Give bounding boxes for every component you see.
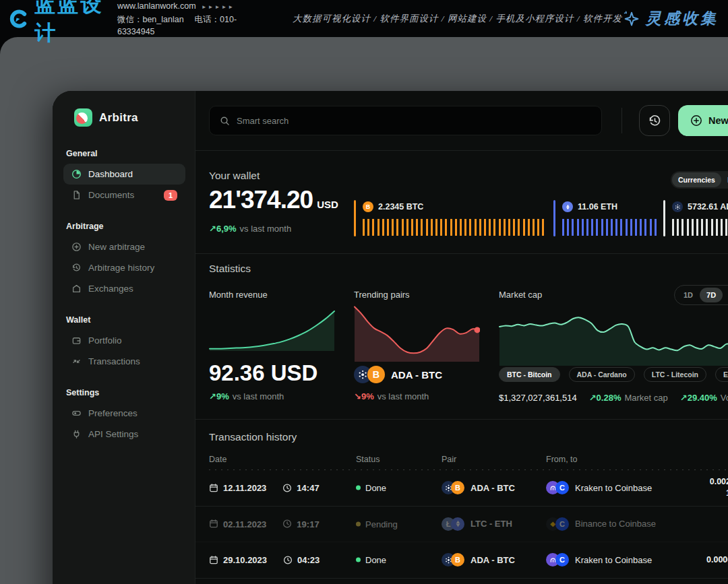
coinbase-icon: C xyxy=(555,553,569,566)
market-cap-coin-pills: BTC - BitcoinADA - CardanoLTC - Litecoin… xyxy=(499,367,728,382)
range-button-7d[interactable]: 7D xyxy=(700,288,723,302)
market-cap-value: $1,327,027,361,514 xyxy=(499,393,577,403)
status-dot xyxy=(356,558,361,562)
transaction-pair: BADA - BTC xyxy=(442,553,515,566)
transaction-row[interactable]: 12.11.202314:47DoneBADA - BTCCKraken to … xyxy=(195,470,728,507)
sidebar-item-label: Arbitrage history xyxy=(88,263,154,273)
wallet-icon xyxy=(71,335,82,346)
transaction-row[interactable]: 29.10.202304:23DoneBADA - BTCCKraken to … xyxy=(195,542,728,579)
search-box xyxy=(209,106,602,135)
status-dot xyxy=(356,521,361,526)
banner-website-link[interactable]: www.lanlanwork.com xyxy=(117,1,196,11)
wallet-allocation-bars: B2.2345 BTC11.06 ETH5732.61 ADA xyxy=(354,200,728,236)
sidebar-item-label: New arbitrage xyxy=(88,242,145,252)
history-button[interactable] xyxy=(639,105,670,136)
segment-marker xyxy=(354,200,356,236)
segment-amount: 5732.61 ADA xyxy=(688,202,728,212)
segment-ticks xyxy=(562,219,657,236)
column-header-status: Status xyxy=(356,455,380,464)
wallet-tab-currencies[interactable]: Currencies xyxy=(672,172,721,187)
coinbase-icon: C xyxy=(555,517,569,531)
pair-icons: Ł xyxy=(442,517,464,531)
plug-icon xyxy=(71,429,82,439)
section-divider xyxy=(195,253,728,254)
sidebar-item-documents[interactable]: Documents1 xyxy=(63,185,185,205)
banner-arrows: ►►►►► xyxy=(202,4,235,10)
transaction-date: 02.11.202319:17 xyxy=(209,519,320,529)
segment-label: B2.2345 BTC xyxy=(354,200,553,214)
inspiration-collect-link[interactable]: 灵感收集 xyxy=(622,8,719,29)
topbar-divider xyxy=(621,108,622,133)
sidebar-item-new-arbitrage[interactable]: New arbitrage xyxy=(63,236,185,257)
month-revenue-chart xyxy=(209,306,335,351)
nav-section: SettingsPreferencesAPI Settings xyxy=(63,388,185,445)
transaction-route: ◆CBinance to Coinbase xyxy=(546,517,656,531)
new-arbitrage-button[interactable]: New arbitrage xyxy=(678,105,728,136)
market-cap-chart xyxy=(499,308,728,366)
section-divider xyxy=(195,150,728,151)
wallet-view-toggle: CurrenciesExchanges xyxy=(671,171,728,189)
banner-wechat: 微信：ben_lanlan xyxy=(117,15,184,24)
wallet-segment-eth: 11.06 ETH xyxy=(553,200,663,236)
section-divider xyxy=(195,419,728,420)
nav-section: ArbitrageNew arbitrageArbitrage historyE… xyxy=(63,222,185,299)
wallet-title: Your wallet xyxy=(209,170,260,182)
segment-label: 11.06 ETH xyxy=(553,200,663,214)
sidebar-item-label: Exchanges xyxy=(88,284,133,294)
btc-icon: B xyxy=(451,553,464,566)
trending-pairs-chart xyxy=(354,302,480,362)
sidebar-item-transactions[interactable]: Transactions xyxy=(63,351,185,372)
sidebar-item-api-settings[interactable]: API Settings xyxy=(63,424,185,445)
transaction-row[interactable]: 02.11.202319:17PendingŁLTC - ETH◆CBinanc… xyxy=(195,507,728,543)
history-icon xyxy=(71,263,82,273)
coin-pill-eth[interactable]: ETH - Ethereum xyxy=(715,367,728,382)
segment-marker xyxy=(663,200,665,236)
coin-pill-ada[interactable]: ADA - Cardano xyxy=(569,367,635,382)
sidebar-item-label: Transactions xyxy=(88,356,140,366)
wallet-change: ↗6,9%vs last month xyxy=(209,224,291,234)
segment-label: 5732.61 ADA xyxy=(663,200,728,214)
sidebar-item-label: Documents xyxy=(88,190,134,200)
transaction-date: 12.11.202314:47 xyxy=(209,483,320,493)
clock-icon xyxy=(282,483,292,492)
column-header-from-to: From, to xyxy=(546,455,578,464)
nav-section-label: Arbitrage xyxy=(66,222,185,231)
coin-pill-btc[interactable]: BTC - Bitcoin xyxy=(499,367,560,382)
clock-icon xyxy=(283,555,293,564)
eth-icon xyxy=(451,517,464,531)
coin-pill-ltc[interactable]: LTC - Litecoin xyxy=(644,367,706,382)
app-brand: Arbitra xyxy=(74,108,138,127)
bank-icon xyxy=(71,284,82,294)
trending-pairs-label: Trending pairs xyxy=(354,290,410,300)
sidebar-item-preferences[interactable]: Preferences xyxy=(63,403,185,424)
sidebar-item-exchanges[interactable]: Exchanges xyxy=(63,278,185,299)
segment-amount: 11.06 ETH xyxy=(578,202,617,212)
transaction-status: Done xyxy=(356,483,386,493)
sidebar-item-portfolio[interactable]: Portfolio xyxy=(63,330,185,351)
btc-icon: B xyxy=(451,481,464,494)
topbar: New arbitrage xyxy=(209,105,728,136)
sidebar-item-dashboard[interactable]: Dashboard xyxy=(63,164,185,185)
search-icon xyxy=(220,116,230,126)
promo-banner: 蓝蓝设计 www.lanlanwork.com►►►►► 微信：ben_lanl… xyxy=(0,0,728,37)
eth-icon xyxy=(562,201,573,212)
segment-ticks xyxy=(363,219,547,236)
transaction-date: 29.10.202304:23 xyxy=(209,555,320,565)
sidebar-item-arbitrage-history[interactable]: Arbitrage history xyxy=(63,257,185,278)
nav-section-label: Wallet xyxy=(66,315,185,325)
wallet-balance: 21'374.20USD xyxy=(209,186,338,214)
wallet-tab-exchanges[interactable]: Exchanges xyxy=(721,172,728,187)
range-button-1d[interactable]: 1D xyxy=(677,288,700,302)
coinbase-icon: C xyxy=(555,481,569,494)
nav-section-label: General xyxy=(66,149,185,158)
banner-services-text: 大数据可视化设计 / 软件界面设计 / 网站建设 / 手机及小程序设计 / 软件… xyxy=(293,13,622,25)
trending-pair-change: ↘9%vs last month xyxy=(354,391,429,401)
pair-icons: B xyxy=(442,553,464,566)
sidebar: Arbitra GeneralDashboardDocuments1Arbitr… xyxy=(53,91,195,584)
search-input[interactable] xyxy=(237,116,591,126)
wallet-segment-btc: B2.2345 BTC xyxy=(354,200,553,236)
dashboard-icon xyxy=(71,169,82,179)
range-button-1m[interactable]: 1M xyxy=(723,288,728,302)
sidebar-item-label: API Settings xyxy=(88,429,138,439)
sidebar-item-label: Preferences xyxy=(88,408,138,418)
